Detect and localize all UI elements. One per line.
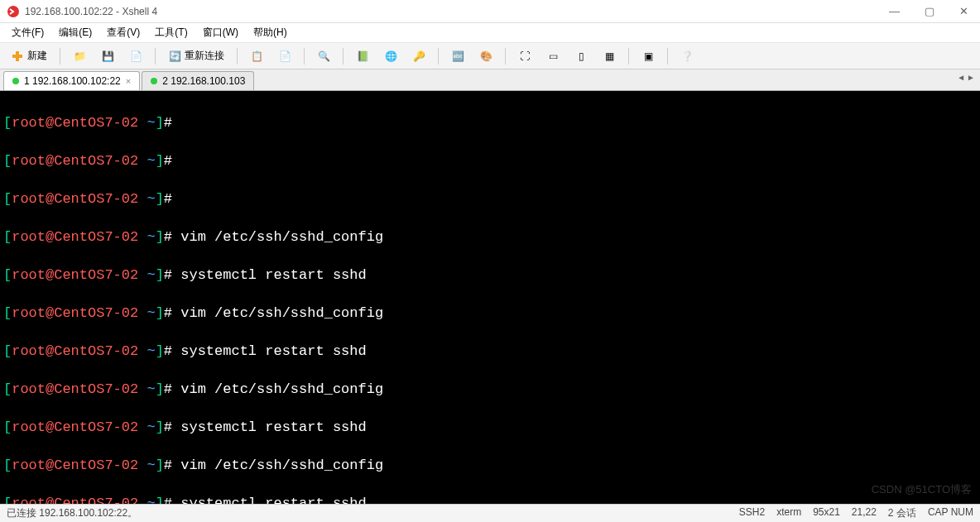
window-title: 192.168.100.102:22 - Xshell 4	[25, 6, 884, 17]
reconnect-button[interactable]: 🔄 重新连接	[162, 46, 230, 65]
expand-icon: ⛶	[518, 50, 531, 63]
toolbar-sep2	[155, 48, 156, 65]
tb-tile1-button[interactable]: ▭	[540, 47, 565, 65]
tb-fullscreen-button[interactable]: ⛶	[512, 47, 537, 65]
menu-file[interactable]: 文件(F)	[5, 24, 50, 41]
tab-session-1[interactable]: 1 192.168.100.102:22 ×	[3, 71, 140, 90]
prompt-bracket: [	[3, 115, 12, 131]
menubar: 文件(F) 编辑(E) 查看(V) 工具(T) 窗口(W) 帮助(H)	[0, 23, 980, 43]
status-protocol: SSH2	[739, 506, 765, 520]
toolbar-sep7	[505, 48, 506, 65]
status-caps: CAP NUM	[928, 506, 973, 520]
toolbar-sep5	[343, 48, 343, 65]
open-button[interactable]: 📁	[67, 47, 92, 65]
save-button[interactable]: 💾	[95, 47, 120, 65]
minimize-button[interactable]: —	[884, 3, 905, 19]
help-icon: ❔	[680, 50, 694, 63]
font-icon: 🔤	[451, 50, 464, 63]
titlebar: 192.168.100.102:22 - Xshell 4 — ▢ ✕	[0, 0, 980, 23]
status-sessions: 2 会话	[888, 506, 916, 520]
status-size: 95x21	[813, 506, 840, 520]
close-button[interactable]: ✕	[954, 3, 973, 19]
toolbar-sep9	[667, 48, 668, 65]
maximize-button[interactable]: ▢	[920, 3, 939, 19]
tb-color-button[interactable]: 🎨	[473, 47, 498, 65]
tb-book-button[interactable]: 📗	[350, 47, 375, 65]
tile-v-icon: ▯	[574, 50, 588, 63]
copy-icon: 📋	[250, 50, 263, 63]
search-icon: 🔍	[317, 50, 330, 63]
tab-label: 2 192.168.100.103	[162, 75, 245, 87]
tb-grid-button[interactable]: ▦	[597, 47, 622, 65]
prompt-bracket: ]	[156, 115, 164, 131]
cmd-systemctl: systemctl restart sshd	[172, 267, 367, 283]
tb-term-button[interactable]: ▣	[636, 47, 661, 65]
menu-tools[interactable]: 工具(T)	[148, 24, 194, 41]
status-pos: 21,22	[852, 506, 877, 520]
status-connection: 已连接 192.168.100.102:22。	[7, 506, 739, 520]
terminal-icon: ▣	[641, 50, 655, 63]
status-dot-icon	[12, 78, 19, 84]
terminal[interactable]: [root@CentOS7-02 ~]# [root@CentOS7-02 ~]…	[0, 91, 980, 504]
grid-icon: ▦	[603, 50, 616, 63]
globe-icon: 🌐	[384, 50, 397, 63]
watermark: CSDN @51CTO博客	[872, 480, 972, 499]
help-button[interactable]: ❔	[675, 47, 699, 65]
reconnect-label: 重新连接	[185, 49, 224, 63]
tab-scroll-left[interactable]: ◄	[957, 73, 965, 82]
app-icon	[7, 5, 20, 18]
copy-button[interactable]: 📋	[244, 47, 269, 65]
prompt-cwd: ~	[147, 115, 155, 131]
tabbar: 1 192.168.100.102:22 × 2 192.168.100.103…	[0, 69, 980, 91]
folder-icon: 📁	[73, 50, 86, 63]
tile-h-icon: ▭	[546, 50, 560, 63]
paste-button[interactable]: 📄	[272, 47, 297, 65]
status-dot-icon	[151, 78, 157, 84]
reconnect-icon: 🔄	[168, 50, 181, 63]
tab-label: 1 192.168.100.102:22	[24, 75, 121, 87]
new-button-label: 新建	[27, 49, 47, 63]
paste-icon: 📄	[278, 50, 291, 63]
book-icon: 📗	[356, 50, 369, 63]
tb-key-button[interactable]: 🔑	[406, 47, 431, 65]
prompt-symbol: #	[164, 115, 172, 131]
cmd-vim: vim /etc/ssh/sshd_config	[172, 229, 383, 245]
tab-close-icon[interactable]: ×	[126, 76, 131, 86]
palette-icon: 🎨	[479, 50, 492, 63]
statusbar: 已连接 192.168.100.102:22。 SSH2 xterm 95x21…	[0, 504, 980, 522]
menu-help[interactable]: 帮助(H)	[247, 24, 294, 41]
tb-tile2-button[interactable]: ▯	[569, 47, 593, 65]
toolbar-sep	[60, 48, 60, 65]
plus-icon	[11, 50, 24, 63]
tab-session-2[interactable]: 2 192.168.100.103	[142, 71, 254, 90]
status-termtype: xterm	[776, 506, 801, 520]
toolbar-sep6	[438, 48, 439, 65]
toolbar: 新建 📁 💾 📄 🔄 重新连接 📋 📄 🔍 📗 🌐 🔑 🔤 🎨 ⛶ ▭ ▯ ▦ …	[0, 43, 980, 69]
sheet-icon: 📄	[129, 50, 142, 63]
tb-globe-button[interactable]: 🌐	[378, 47, 403, 65]
disk-icon: 💾	[101, 50, 114, 63]
svg-rect-2	[12, 55, 22, 58]
toolbar-sep4	[304, 48, 305, 65]
key-icon: 🔑	[412, 50, 425, 63]
properties-button[interactable]: 📄	[123, 47, 148, 65]
menu-view[interactable]: 查看(V)	[100, 24, 147, 41]
menu-edit[interactable]: 编辑(E)	[52, 24, 98, 41]
toolbar-sep3	[237, 48, 238, 65]
tab-scroll-right[interactable]: ►	[967, 73, 975, 82]
find-button[interactable]: 🔍	[311, 47, 336, 65]
tb-font-button[interactable]: 🔤	[445, 47, 470, 65]
prompt-user: root@CentOS7-02	[12, 115, 147, 131]
toolbar-sep8	[628, 48, 629, 65]
menu-window[interactable]: 窗口(W)	[196, 24, 245, 41]
new-button[interactable]: 新建	[5, 46, 53, 65]
